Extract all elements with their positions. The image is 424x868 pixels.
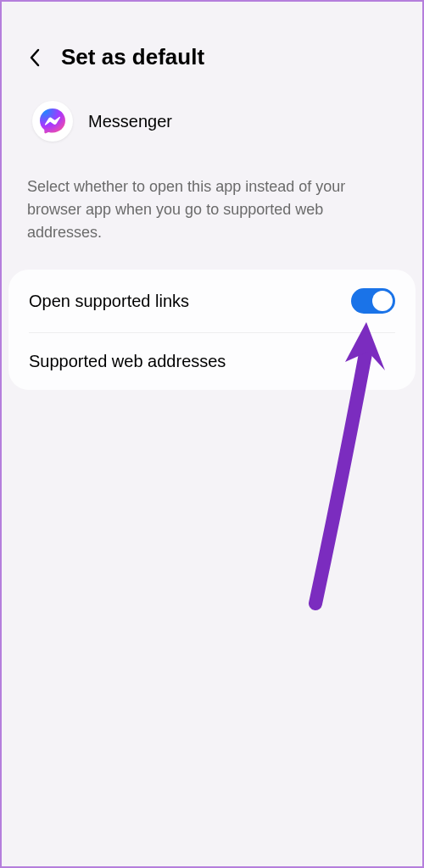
chevron-left-icon [28,47,42,68]
header: Set as default [2,2,422,87]
open-supported-links-toggle[interactable] [351,288,395,314]
settings-card: Open supported links Supported web addre… [8,270,416,390]
page-title: Set as default [61,44,204,70]
back-icon[interactable] [22,45,47,70]
app-section: Messenger [2,87,422,159]
supported-web-addresses-label: Supported web addresses [29,352,226,371]
messenger-app-icon [32,101,73,142]
description-text: Select whether to open this app instead … [2,159,422,270]
app-name: Messenger [88,112,172,131]
supported-web-addresses-row[interactable]: Supported web addresses [8,333,416,390]
open-supported-links-label: Open supported links [29,292,189,311]
toggle-knob [372,291,393,311]
open-supported-links-row[interactable]: Open supported links [8,270,416,332]
